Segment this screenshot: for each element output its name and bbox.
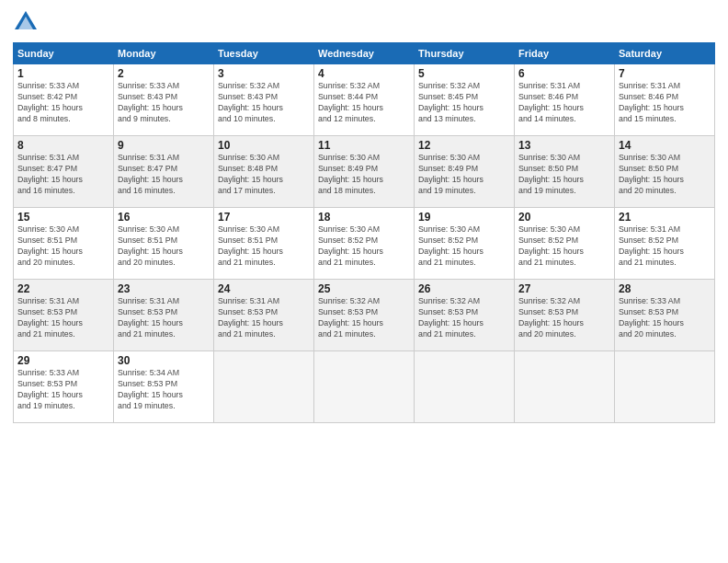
day-number: 16 bbox=[118, 211, 210, 224]
col-header-thursday: Thursday bbox=[415, 43, 515, 64]
page: SundayMondayTuesdayWednesdayThursdayFrid… bbox=[0, 0, 728, 563]
day-number: 10 bbox=[218, 139, 310, 152]
day-cell: 3Sunrise: 5:32 AM Sunset: 8:43 PM Daylig… bbox=[214, 64, 314, 136]
day-info: Sunrise: 5:30 AM Sunset: 8:50 PM Dayligh… bbox=[619, 153, 711, 197]
day-number: 4 bbox=[318, 67, 410, 80]
day-number: 5 bbox=[418, 67, 510, 80]
day-cell: 25Sunrise: 5:32 AM Sunset: 8:53 PM Dayli… bbox=[314, 280, 415, 351]
day-cell: 14Sunrise: 5:30 AM Sunset: 8:50 PM Dayli… bbox=[615, 136, 715, 208]
day-cell: 28Sunrise: 5:33 AM Sunset: 8:53 PM Dayli… bbox=[615, 280, 715, 351]
day-number: 1 bbox=[17, 67, 109, 80]
day-cell: 4Sunrise: 5:32 AM Sunset: 8:44 PM Daylig… bbox=[314, 64, 415, 136]
day-info: Sunrise: 5:32 AM Sunset: 8:53 PM Dayligh… bbox=[418, 296, 510, 340]
day-cell: 27Sunrise: 5:32 AM Sunset: 8:53 PM Dayli… bbox=[515, 280, 615, 351]
day-number: 19 bbox=[418, 211, 510, 224]
day-cell: 21Sunrise: 5:31 AM Sunset: 8:52 PM Dayli… bbox=[615, 208, 715, 280]
day-cell: 9Sunrise: 5:31 AM Sunset: 8:47 PM Daylig… bbox=[114, 136, 214, 208]
day-cell: 12Sunrise: 5:30 AM Sunset: 8:49 PM Dayli… bbox=[415, 136, 515, 208]
day-info: Sunrise: 5:30 AM Sunset: 8:50 PM Dayligh… bbox=[518, 153, 610, 197]
day-cell bbox=[314, 351, 415, 423]
day-cell bbox=[214, 351, 314, 423]
day-info: Sunrise: 5:32 AM Sunset: 8:45 PM Dayligh… bbox=[418, 81, 510, 125]
day-number: 24 bbox=[218, 282, 310, 295]
day-cell bbox=[415, 351, 515, 423]
day-info: Sunrise: 5:32 AM Sunset: 8:53 PM Dayligh… bbox=[318, 296, 410, 340]
day-number: 17 bbox=[218, 211, 310, 224]
day-number: 14 bbox=[619, 139, 711, 152]
day-cell bbox=[615, 351, 715, 423]
day-info: Sunrise: 5:30 AM Sunset: 8:49 PM Dayligh… bbox=[418, 153, 510, 197]
day-number: 13 bbox=[518, 139, 610, 152]
day-cell: 29Sunrise: 5:33 AM Sunset: 8:53 PM Dayli… bbox=[14, 351, 114, 423]
day-number: 23 bbox=[118, 282, 210, 295]
day-cell: 2Sunrise: 5:33 AM Sunset: 8:43 PM Daylig… bbox=[114, 64, 214, 136]
week-row-5: 29Sunrise: 5:33 AM Sunset: 8:53 PM Dayli… bbox=[14, 351, 715, 423]
day-cell: 23Sunrise: 5:31 AM Sunset: 8:53 PM Dayli… bbox=[114, 280, 214, 351]
col-header-sunday: Sunday bbox=[14, 43, 114, 64]
day-number: 21 bbox=[619, 211, 711, 224]
col-header-friday: Friday bbox=[515, 43, 615, 64]
day-number: 9 bbox=[118, 139, 210, 152]
col-header-wednesday: Wednesday bbox=[314, 43, 415, 64]
calendar: SundayMondayTuesdayWednesdayThursdayFrid… bbox=[13, 42, 715, 423]
day-cell: 19Sunrise: 5:30 AM Sunset: 8:52 PM Dayli… bbox=[415, 208, 515, 280]
day-cell: 6Sunrise: 5:31 AM Sunset: 8:46 PM Daylig… bbox=[515, 64, 615, 136]
week-row-2: 8Sunrise: 5:31 AM Sunset: 8:47 PM Daylig… bbox=[14, 136, 715, 208]
week-row-4: 22Sunrise: 5:31 AM Sunset: 8:53 PM Dayli… bbox=[14, 280, 715, 351]
day-info: Sunrise: 5:32 AM Sunset: 8:43 PM Dayligh… bbox=[218, 81, 310, 125]
day-number: 6 bbox=[518, 67, 610, 80]
day-number: 25 bbox=[318, 282, 410, 295]
day-cell: 15Sunrise: 5:30 AM Sunset: 8:51 PM Dayli… bbox=[14, 208, 114, 280]
week-row-3: 15Sunrise: 5:30 AM Sunset: 8:51 PM Dayli… bbox=[14, 208, 715, 280]
day-number: 3 bbox=[218, 67, 310, 80]
day-info: Sunrise: 5:30 AM Sunset: 8:51 PM Dayligh… bbox=[118, 224, 210, 269]
day-cell: 20Sunrise: 5:30 AM Sunset: 8:52 PM Dayli… bbox=[515, 208, 615, 280]
day-cell: 16Sunrise: 5:30 AM Sunset: 8:51 PM Dayli… bbox=[114, 208, 214, 280]
day-cell: 5Sunrise: 5:32 AM Sunset: 8:45 PM Daylig… bbox=[415, 64, 515, 136]
day-info: Sunrise: 5:31 AM Sunset: 8:46 PM Dayligh… bbox=[619, 81, 711, 125]
day-number: 18 bbox=[318, 211, 410, 224]
day-cell: 8Sunrise: 5:31 AM Sunset: 8:47 PM Daylig… bbox=[14, 136, 114, 208]
day-number: 20 bbox=[518, 211, 610, 224]
day-info: Sunrise: 5:31 AM Sunset: 8:52 PM Dayligh… bbox=[619, 224, 711, 269]
day-number: 22 bbox=[17, 282, 109, 295]
header-row: SundayMondayTuesdayWednesdayThursdayFrid… bbox=[14, 43, 715, 64]
day-info: Sunrise: 5:31 AM Sunset: 8:46 PM Dayligh… bbox=[518, 81, 610, 125]
week-row-1: 1Sunrise: 5:33 AM Sunset: 8:42 PM Daylig… bbox=[14, 64, 715, 136]
col-header-tuesday: Tuesday bbox=[214, 43, 314, 64]
day-info: Sunrise: 5:30 AM Sunset: 8:51 PM Dayligh… bbox=[17, 224, 109, 269]
day-cell: 17Sunrise: 5:30 AM Sunset: 8:51 PM Dayli… bbox=[214, 208, 314, 280]
day-cell: 30Sunrise: 5:34 AM Sunset: 8:53 PM Dayli… bbox=[114, 351, 214, 423]
day-cell: 18Sunrise: 5:30 AM Sunset: 8:52 PM Dayli… bbox=[314, 208, 415, 280]
day-info: Sunrise: 5:30 AM Sunset: 8:52 PM Dayligh… bbox=[318, 224, 410, 269]
day-number: 29 bbox=[17, 354, 109, 367]
day-number: 26 bbox=[418, 282, 510, 295]
day-info: Sunrise: 5:31 AM Sunset: 8:53 PM Dayligh… bbox=[218, 296, 310, 340]
day-info: Sunrise: 5:32 AM Sunset: 8:44 PM Dayligh… bbox=[318, 81, 410, 125]
day-number: 2 bbox=[118, 67, 210, 80]
day-cell: 13Sunrise: 5:30 AM Sunset: 8:50 PM Dayli… bbox=[515, 136, 615, 208]
day-info: Sunrise: 5:31 AM Sunset: 8:53 PM Dayligh… bbox=[17, 296, 109, 340]
day-number: 30 bbox=[118, 354, 210, 367]
day-number: 15 bbox=[17, 211, 109, 224]
col-header-saturday: Saturday bbox=[615, 43, 715, 64]
day-info: Sunrise: 5:32 AM Sunset: 8:53 PM Dayligh… bbox=[518, 296, 610, 340]
day-info: Sunrise: 5:31 AM Sunset: 8:47 PM Dayligh… bbox=[118, 153, 210, 197]
day-cell bbox=[515, 351, 615, 423]
day-info: Sunrise: 5:33 AM Sunset: 8:42 PM Dayligh… bbox=[17, 81, 109, 125]
day-info: Sunrise: 5:30 AM Sunset: 8:52 PM Dayligh… bbox=[518, 224, 610, 269]
day-cell: 22Sunrise: 5:31 AM Sunset: 8:53 PM Dayli… bbox=[14, 280, 114, 351]
day-info: Sunrise: 5:30 AM Sunset: 8:49 PM Dayligh… bbox=[318, 153, 410, 197]
logo-icon bbox=[13, 9, 39, 35]
day-info: Sunrise: 5:34 AM Sunset: 8:53 PM Dayligh… bbox=[118, 368, 210, 412]
day-info: Sunrise: 5:30 AM Sunset: 8:48 PM Dayligh… bbox=[218, 153, 310, 197]
logo bbox=[13, 9, 42, 35]
day-number: 27 bbox=[518, 282, 610, 295]
day-cell: 7Sunrise: 5:31 AM Sunset: 8:46 PM Daylig… bbox=[615, 64, 715, 136]
day-info: Sunrise: 5:33 AM Sunset: 8:53 PM Dayligh… bbox=[17, 368, 109, 412]
day-cell: 1Sunrise: 5:33 AM Sunset: 8:42 PM Daylig… bbox=[14, 64, 114, 136]
day-info: Sunrise: 5:31 AM Sunset: 8:53 PM Dayligh… bbox=[118, 296, 210, 340]
day-cell: 26Sunrise: 5:32 AM Sunset: 8:53 PM Dayli… bbox=[415, 280, 515, 351]
day-info: Sunrise: 5:30 AM Sunset: 8:52 PM Dayligh… bbox=[418, 224, 510, 269]
day-cell: 24Sunrise: 5:31 AM Sunset: 8:53 PM Dayli… bbox=[214, 280, 314, 351]
